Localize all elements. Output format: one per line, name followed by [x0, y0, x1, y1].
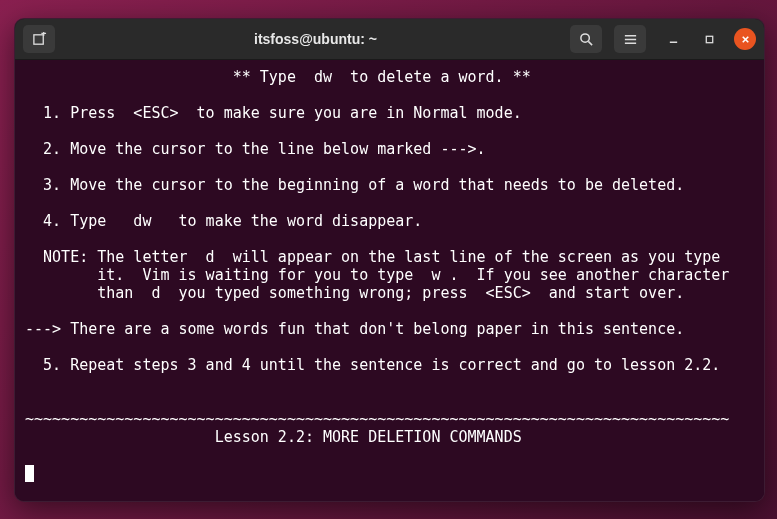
close-button[interactable]	[734, 28, 756, 50]
tutor-header: ** Type dw to delete a word. **	[25, 68, 531, 86]
terminal-window: itsfoss@ubuntu: ~ ** Type dw to delete a…	[14, 18, 765, 502]
svg-line-4	[588, 41, 592, 45]
tutor-step-3: 3. Move the cursor to the beginning of a…	[25, 176, 684, 194]
titlebar: itsfoss@ubuntu: ~	[15, 19, 764, 60]
tutor-step-2: 2. Move the cursor to the line below mar…	[25, 140, 486, 158]
lesson-title: Lesson 2.2: MORE DELETION COMMANDS	[25, 428, 522, 446]
svg-rect-0	[33, 34, 42, 43]
window-title: itsfoss@ubuntu: ~	[61, 31, 570, 47]
terminal-content[interactable]: ** Type dw to delete a word. ** 1. Press…	[15, 60, 764, 501]
tutor-step-5: 5. Repeat steps 3 and 4 until the senten…	[25, 356, 720, 374]
tutor-note-line-3: than d you typed something wrong; press …	[25, 284, 684, 302]
maximize-button[interactable]	[694, 25, 724, 53]
minimize-button[interactable]	[658, 25, 688, 53]
tutor-step-1: 1. Press <ESC> to make sure you are in N…	[25, 104, 522, 122]
tutor-example-line: ---> There are a some words fun that don…	[25, 320, 684, 338]
maximize-icon	[704, 34, 715, 45]
search-button[interactable]	[570, 25, 602, 53]
hamburger-icon	[623, 32, 638, 47]
minimize-icon	[668, 34, 679, 45]
menu-button[interactable]	[614, 25, 646, 53]
tutor-note-line-1: NOTE: The letter d will appear on the la…	[25, 248, 720, 266]
terminal-cursor	[25, 465, 34, 482]
search-icon	[579, 32, 594, 47]
svg-point-3	[580, 33, 588, 41]
tutor-note-line-2: it. Vim is waiting for you to type w . I…	[25, 266, 729, 284]
lesson-divider: ~~~~~~~~~~~~~~~~~~~~~~~~~~~~~~~~~~~~~~~~…	[25, 410, 729, 428]
svg-rect-9	[706, 36, 712, 42]
close-icon	[740, 34, 751, 45]
tutor-step-4: 4. Type dw to make the word disappear.	[25, 212, 422, 230]
new-tab-icon	[32, 32, 47, 47]
titlebar-right	[570, 25, 756, 53]
new-tab-button[interactable]	[23, 25, 55, 53]
